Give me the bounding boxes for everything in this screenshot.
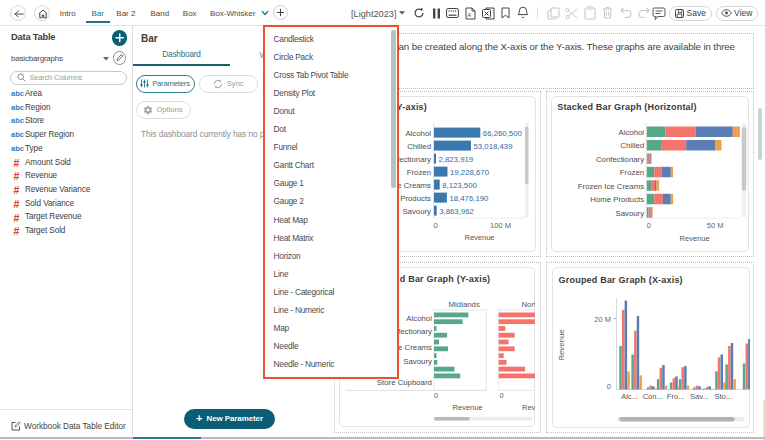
svg-text:53,018,439: 53,018,439 bbox=[474, 142, 513, 151]
svg-text:North: North bbox=[521, 300, 535, 309]
svg-text:18,476,190: 18,476,190 bbox=[449, 194, 489, 203]
svg-text:Revenue: Revenue bbox=[556, 329, 565, 360]
svg-text:Savoury: Savoury bbox=[402, 207, 431, 216]
svg-text:Alcohol: Alcohol bbox=[406, 314, 432, 323]
svg-text:0: 0 bbox=[433, 221, 437, 230]
svg-text:Revenue: Revenue bbox=[464, 233, 494, 242]
svg-text:50 M: 50 M bbox=[707, 221, 724, 230]
svg-text:Frozen: Frozen bbox=[620, 168, 644, 177]
svg-text:Sav...: Sav... bbox=[689, 392, 708, 401]
svg-text:3,863,962: 3,863,962 bbox=[439, 207, 474, 216]
svg-text:Chilled: Chilled bbox=[407, 142, 431, 151]
svg-text:100 M: 100 M bbox=[490, 221, 511, 230]
svg-text:Savoury: Savoury bbox=[403, 357, 432, 366]
svg-text:Alcohol: Alcohol bbox=[619, 128, 645, 137]
svg-text:d Bar Graph (Y-axis): d Bar Graph (Y-axis) bbox=[400, 274, 491, 284]
svg-text:Grouped Bar Graph (X-axis): Grouped Bar Graph (X-axis) bbox=[558, 275, 682, 285]
svg-text:Revenue: Revenue bbox=[680, 233, 710, 242]
svg-text:2,823,919: 2,823,919 bbox=[439, 155, 474, 164]
svg-text:Home Products: Home Products bbox=[591, 195, 645, 204]
svg-text:Sto...: Sto... bbox=[714, 392, 732, 401]
svg-text:Revenue: Revenue bbox=[522, 403, 535, 412]
svg-text:0: 0 bbox=[499, 391, 503, 400]
svg-text:Frozen: Frozen bbox=[407, 168, 431, 177]
svg-text:Chilled: Chilled bbox=[620, 141, 644, 150]
svg-text:Fro...: Fro... bbox=[666, 392, 684, 401]
svg-text:A: A bbox=[468, 12, 472, 18]
svg-text:8,123,500: 8,123,500 bbox=[442, 181, 477, 190]
svg-text:Confectionary: Confectionary bbox=[596, 155, 644, 164]
svg-text:Con...: Con... bbox=[642, 392, 662, 401]
svg-text:19,228,670: 19,228,670 bbox=[450, 168, 490, 177]
svg-text:0: 0 bbox=[606, 382, 610, 391]
svg-text:Alcohol: Alcohol bbox=[405, 129, 431, 138]
svg-text:0: 0 bbox=[434, 391, 438, 400]
svg-text:Stacked Bar Graph (Horizontal): Stacked Bar Graph (Horizontal) bbox=[557, 102, 697, 112]
svg-text:Midlands: Midlands bbox=[449, 300, 480, 309]
svg-text:Revenue: Revenue bbox=[453, 403, 483, 412]
svg-text:Savoury: Savoury bbox=[616, 208, 645, 217]
svg-text:Alc...: Alc... bbox=[621, 392, 638, 401]
svg-text:66,260,500: 66,260,500 bbox=[483, 129, 523, 138]
svg-text:20 M: 20 M bbox=[594, 315, 611, 324]
svg-text:Frozen Ice Creams: Frozen Ice Creams bbox=[578, 182, 644, 191]
svg-text:0: 0 bbox=[647, 221, 651, 230]
